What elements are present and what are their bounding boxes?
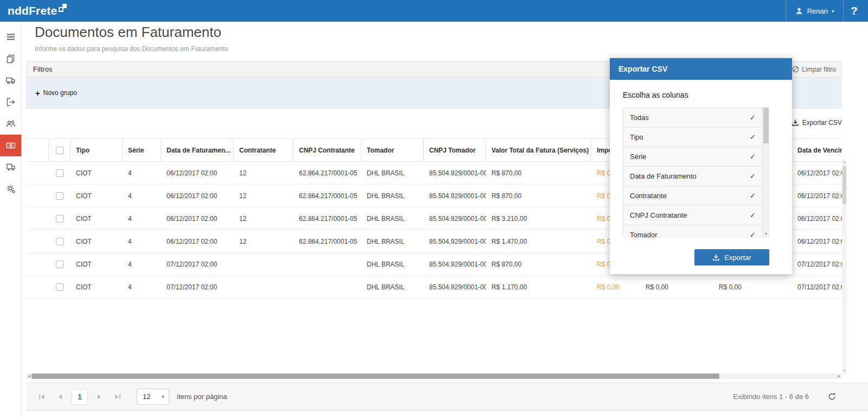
column-option-tomador[interactable]: Tomador ✓ <box>623 225 763 238</box>
user-icon <box>795 7 803 15</box>
sidebar-item-billing[interactable] <box>0 135 21 156</box>
row-checkbox[interactable] <box>56 169 63 177</box>
column-header-expand <box>26 139 49 161</box>
row-checkbox[interactable] <box>56 238 63 245</box>
chevron-down-icon: ▾ <box>162 394 164 400</box>
copy-icon <box>6 54 16 64</box>
cell-data-faturamento: 06/12/2017 02:00 <box>161 162 234 184</box>
column-header-cnpj-contratante[interactable]: CNPJ Contratante <box>293 139 361 161</box>
page-size-value: 12 <box>143 392 150 401</box>
column-option-tipo[interactable]: Tipo ✓ <box>623 127 763 147</box>
cell-tipo: CIOT <box>71 253 123 275</box>
column-header-data-faturamento[interactable]: Data de Faturamen... <box>161 139 234 161</box>
cell-serie: 4 <box>123 276 161 298</box>
sidebar-item-export[interactable] <box>0 91 21 113</box>
vertical-scrollbar-thumb[interactable] <box>843 166 846 204</box>
modal-export-button[interactable]: Exportar <box>694 249 769 265</box>
page-size-select[interactable]: 12 ▾ <box>137 389 169 405</box>
clear-filter-label: Limpar filtro <box>802 66 836 73</box>
column-header-valor-total[interactable]: Valor Total da Fatura (Serviços) <box>486 139 591 161</box>
chevron-down-icon: ▾ <box>832 8 834 14</box>
row-checkbox[interactable] <box>56 261 63 268</box>
select-all-checkbox[interactable] <box>56 147 63 154</box>
page-size-label: itens por página <box>177 392 227 401</box>
horizontal-scrollbar[interactable]: ◄ ► <box>26 373 842 379</box>
cell-tomador: DHL BRASIL <box>361 230 424 252</box>
horizontal-scrollbar-thumb[interactable] <box>31 373 719 379</box>
filters-title: Filtros <box>33 65 52 73</box>
column-header-data-vencimento[interactable]: Data de Vencimento <box>792 139 842 161</box>
modal-prompt: Escolha as colunas <box>623 91 792 99</box>
vertical-scrollbar[interactable]: ▲ ▼ <box>842 159 847 374</box>
cell-tomador: DHL BRASIL <box>361 276 424 298</box>
sign-out-icon <box>6 97 16 107</box>
gear-icon <box>6 184 16 194</box>
scroll-down-icon[interactable]: ▼ <box>842 368 847 374</box>
clear-filter-button[interactable]: Limpar filtro <box>792 66 836 73</box>
column-header-cnpj-tomador[interactable]: CNPJ Tomador <box>424 139 486 161</box>
scroll-left-icon[interactable]: ◄ <box>26 373 31 379</box>
sidebar-item-documents[interactable] <box>0 48 21 69</box>
cell-cnpj-contratante <box>293 276 361 298</box>
sidebar-item-settings[interactable] <box>0 178 21 200</box>
cell-valor-total: R$ 1.170,00 <box>486 276 591 298</box>
cell-valor-total: R$ 870,00 <box>486 253 591 275</box>
logo-icon <box>59 4 68 14</box>
check-icon: ✓ <box>750 231 756 238</box>
cell-tipo: CIOT <box>71 230 123 252</box>
column-option-serie[interactable]: Série ✓ <box>623 147 763 167</box>
help-button[interactable]: ? <box>843 0 865 22</box>
logo-text: nddFrete <box>8 4 57 18</box>
cell-tomador: DHL BRASIL <box>361 207 424 230</box>
modal-export-label: Exportar <box>724 254 751 262</box>
cell-valor-total: R$ 870,00 <box>486 185 591 207</box>
scroll-right-icon[interactable]: ► <box>837 373 842 379</box>
app-logo[interactable]: nddFrete <box>8 4 68 18</box>
column-header-tomador[interactable]: Tomador <box>361 139 424 161</box>
column-options-list: Todas ✓ Tipo ✓ Série ✓ Data de Faturamen… <box>623 107 769 238</box>
scroll-down-icon[interactable]: ▼ <box>763 230 769 238</box>
cell-valor-total: R$ 3.210,00 <box>486 207 591 230</box>
cell-tipo: CIOT <box>71 185 123 207</box>
prev-page-button[interactable] <box>51 388 69 406</box>
options-scrollbar[interactable]: ▼ <box>763 107 769 238</box>
new-group-button[interactable]: + Novo grupo <box>35 88 77 98</box>
user-menu[interactable]: Renan ▾ <box>786 0 843 22</box>
table-row: CIOT 4 07/12/2017 02:00 DHL BRASIL 85.50… <box>26 276 842 299</box>
cell-tomador: DHL BRASIL <box>361 162 424 184</box>
cell-data-vencimento: 06/12/2017 02:00 <box>792 230 842 252</box>
first-page-button[interactable] <box>33 388 51 406</box>
cell-data-vencimento: 07/12/2017 02:00 <box>792 253 842 275</box>
sidebar-item-freight[interactable] <box>0 69 21 91</box>
sidebar-item-users[interactable] <box>0 113 21 135</box>
row-checkbox[interactable] <box>56 215 63 223</box>
options-scrollbar-thumb[interactable] <box>763 107 769 143</box>
sidebar-item-fleet[interactable] <box>0 156 21 178</box>
last-page-button[interactable] <box>108 388 127 406</box>
column-header-serie[interactable]: Série <box>123 139 161 161</box>
scroll-up-icon[interactable]: ▲ <box>842 159 847 165</box>
column-header-tipo[interactable]: Tipo <box>71 139 123 161</box>
page-title: Documentos em Faturamento <box>35 24 221 41</box>
column-header-contratante[interactable]: Contratante <box>234 139 293 161</box>
refresh-button[interactable] <box>827 392 837 401</box>
check-icon: ✓ <box>750 113 756 122</box>
column-option-contratante[interactable]: Contratante ✓ <box>623 186 763 206</box>
cell-data-faturamento: 07/12/2017 02:00 <box>161 253 234 275</box>
column-option-todas[interactable]: Todas ✓ <box>623 107 763 128</box>
cell-contratante: 12 <box>234 230 293 252</box>
delivery-truck-icon <box>6 162 16 172</box>
cell-tipo: CIOT <box>71 162 123 184</box>
export-csv-modal: Exportar CSV Escolha as colunas Todas ✓ … <box>610 58 792 274</box>
menu-toggle[interactable] <box>0 26 21 48</box>
column-option-data-faturamento[interactable]: Data de Faturamento ✓ <box>623 166 763 186</box>
row-checkbox[interactable] <box>56 192 63 200</box>
cell-data-faturamento: 06/12/2017 02:00 <box>161 207 234 230</box>
next-page-button[interactable] <box>90 388 108 406</box>
column-option-cnpj-contratante[interactable]: CNPJ Contratante ✓ <box>623 205 763 225</box>
page-number-button[interactable]: 1 <box>72 389 88 405</box>
cell-cnpj-tomador: 85.504.929/0001-00 <box>424 230 486 252</box>
cell-tomador: DHL BRASIL <box>361 253 424 275</box>
cell-hidden-1: R$ 0,00 <box>640 276 713 298</box>
row-checkbox[interactable] <box>56 283 63 291</box>
